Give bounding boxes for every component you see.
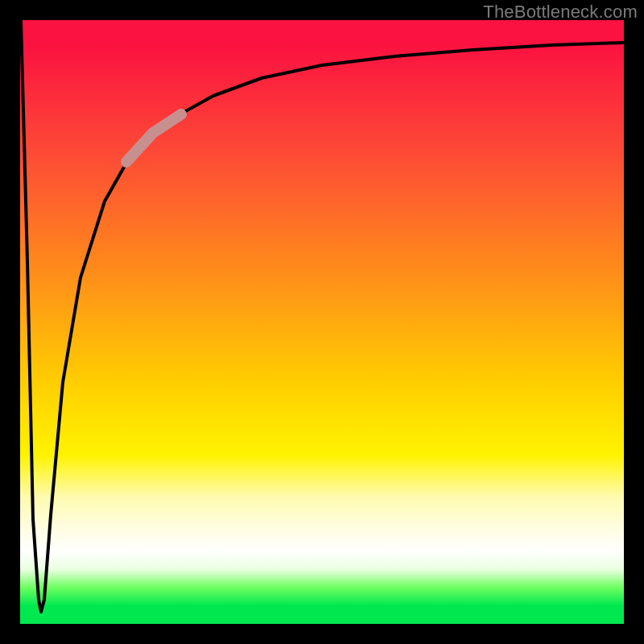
chart-stage: TheBottleneck.com [0,0,644,644]
frame-left [0,0,20,644]
plot-area [20,20,624,624]
watermark-text: TheBottleneck.com [483,2,638,23]
frame-right [624,0,644,644]
frame-bottom [0,624,644,644]
